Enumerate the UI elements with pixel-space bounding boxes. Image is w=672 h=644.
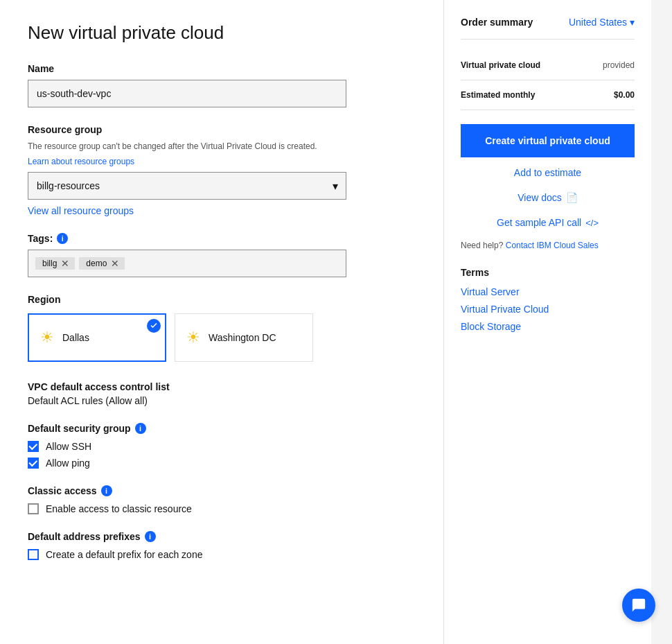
create-vpc-button[interactable]: Create virtual private cloud [461, 124, 635, 157]
terms-section: Terms Virtual Server Virtual Private Clo… [461, 267, 635, 336]
classic-access-label: Classic access [28, 485, 97, 496]
document-icon: 📄 [566, 192, 578, 203]
address-prefixes-info-icon[interactable]: i [145, 531, 156, 542]
classic-access-section: Classic access i Enable access to classi… [28, 485, 416, 514]
acl-value: Default ACL rules (Allow all) [28, 395, 416, 406]
region-card-washington[interactable]: ☀ Washington DC [175, 313, 313, 362]
address-prefix-checkbox-label: Create a default prefix for each zone [46, 549, 202, 560]
security-group-info-icon[interactable]: i [135, 423, 146, 434]
dallas-region-icon: ☀ [40, 329, 54, 347]
region-cards: ☀ Dallas ☀ Washington DC [28, 313, 416, 362]
view-docs-link[interactable]: View docs [518, 192, 562, 203]
tags-field-group: Tags: i billg ✕ demo ✕ [28, 233, 416, 277]
allow-ping-checkbox[interactable] [28, 458, 39, 469]
chat-icon [631, 598, 646, 613]
resource-group-description: The resource group can't be changed afte… [28, 141, 416, 153]
washington-region-icon: ☀ [186, 329, 200, 347]
region-card-dallas[interactable]: ☀ Dallas [28, 313, 166, 362]
classic-access-checkbox-label: Enable access to classic resource [46, 503, 192, 514]
dallas-region-name: Dallas [62, 332, 89, 343]
tag-billg-remove[interactable]: ✕ [61, 259, 69, 268]
order-vpc-label: Virtual private cloud [461, 60, 540, 70]
region-label: Region [28, 294, 416, 305]
contact-ibm-link[interactable]: Contact IBM Cloud Sales [506, 241, 599, 250]
classic-access-checkbox[interactable] [28, 503, 39, 514]
add-to-estimate-link[interactable]: Add to estimate [461, 160, 635, 185]
washington-region-name: Washington DC [209, 332, 276, 343]
terms-title: Terms [461, 267, 635, 278]
api-row: Get sample API call </> [461, 210, 635, 235]
order-vpc-row: Virtual private cloud provided [461, 51, 635, 80]
page-title: New virtual private cloud [28, 22, 416, 44]
get-sample-api-link[interactable]: Get sample API call [497, 217, 581, 228]
name-label: Name [28, 63, 416, 74]
resource-group-select-wrapper: billg-resources default dev-resources ▾ [28, 172, 346, 200]
right-panel: Order summary United States ▾ Virtual pr… [443, 0, 651, 644]
view-docs-row: View docs 📄 [461, 185, 635, 210]
allow-ssh-label: Allow SSH [46, 441, 91, 452]
allow-ssh-row: Allow SSH [28, 441, 416, 452]
tag-demo: demo ✕ [79, 257, 125, 270]
classic-access-checkbox-row: Enable access to classic resource [28, 503, 416, 514]
tag-demo-remove[interactable]: ✕ [111, 259, 119, 268]
region-selector-chevron-icon: ▾ [630, 17, 635, 28]
order-summary-title: Order summary [461, 17, 533, 28]
tags-info-icon[interactable]: i [57, 233, 68, 244]
allow-ping-label: Allow ping [46, 458, 90, 469]
region-selector[interactable]: United States ▾ [569, 17, 635, 28]
resource-group-field-group: Resource group The resource group can't … [28, 124, 416, 216]
dallas-check-badge [147, 319, 161, 333]
need-help-text: Need help? Contact IBM Cloud Sales [461, 241, 635, 250]
address-prefixes-label-text: Default address prefixes [28, 531, 141, 542]
view-all-resource-groups-link[interactable]: View all resource groups [28, 205, 134, 216]
acl-section: VPC default access control list Default … [28, 381, 416, 406]
security-group-label-text: Default security group [28, 423, 131, 434]
classic-access-info-icon[interactable]: i [101, 485, 112, 496]
chat-bubble-button[interactable] [622, 589, 655, 622]
tags-label: Tags: [28, 233, 53, 244]
terms-virtual-server-link[interactable]: Virtual Server [461, 284, 635, 301]
allow-ping-row: Allow ping [28, 458, 416, 469]
order-vpc-value: provided [603, 60, 635, 70]
order-summary-header: Order summary United States ▾ [461, 17, 635, 40]
name-field-group: Name [28, 63, 416, 107]
region-field-group: Region ☀ Dallas ☀ Washington DC [28, 294, 416, 362]
address-prefix-checkbox[interactable] [28, 549, 39, 560]
security-group-section: Default security group i Allow SSH Allow… [28, 423, 416, 469]
resource-group-label: Resource group [28, 124, 416, 135]
name-input[interactable] [28, 80, 346, 107]
allow-ssh-checkbox[interactable] [28, 441, 39, 452]
address-prefixes-section: Default address prefixes i Create a defa… [28, 531, 416, 560]
tags-input-box[interactable]: billg ✕ demo ✕ [28, 250, 346, 277]
code-icon: </> [585, 218, 599, 228]
learn-resource-groups-link[interactable]: Learn about resource groups [28, 157, 134, 166]
terms-virtual-private-cloud-link[interactable]: Virtual Private Cloud [461, 301, 635, 318]
acl-label: VPC default access control list [28, 381, 416, 392]
tag-billg: billg ✕ [35, 257, 75, 270]
order-monthly-label: Estimated monthly [461, 90, 535, 100]
order-monthly-value: $0.00 [614, 90, 635, 100]
terms-block-storage-link[interactable]: Block Storage [461, 318, 635, 336]
address-prefix-checkbox-row: Create a default prefix for each zone [28, 549, 416, 560]
resource-group-select[interactable]: billg-resources default dev-resources [28, 172, 346, 200]
order-monthly-row: Estimated monthly $0.00 [461, 80, 635, 110]
region-selector-label: United States [569, 17, 627, 28]
